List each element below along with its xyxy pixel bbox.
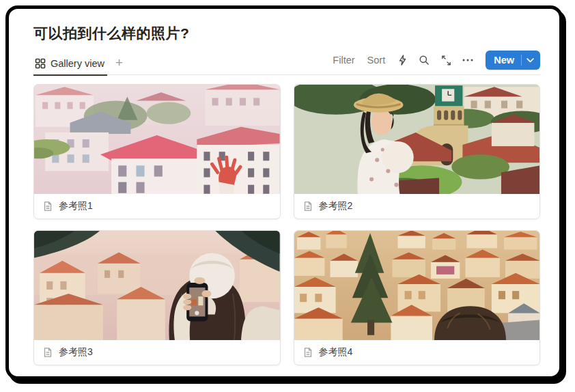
toolbar-controls: Filter Sort [328, 51, 540, 74]
view-toolbar: Gallery view + Filter Sort [33, 50, 540, 75]
plus-icon: + [115, 55, 123, 70]
page-title: 可以拍到什么样的照片? [33, 24, 540, 43]
chevron-down-icon[interactable] [522, 58, 540, 63]
document-page-icon [303, 201, 313, 212]
gallery-card-2[interactable]: 参考照2 [294, 84, 541, 219]
automation-button[interactable] [393, 51, 412, 69]
new-button[interactable]: New [486, 51, 540, 70]
ellipsis-icon [462, 59, 473, 61]
card-title: 参考照3 [59, 346, 93, 359]
card-photo-4 [294, 231, 540, 340]
document-page-icon [42, 347, 53, 358]
card-caption: 参考照3 [34, 340, 280, 365]
gallery-card-4[interactable]: 参考照4 [294, 230, 541, 365]
view-tabs: Gallery view + [33, 50, 130, 74]
tab-gallery-view[interactable]: Gallery view [33, 58, 107, 76]
expand-button[interactable] [436, 51, 455, 69]
document-page-icon [42, 201, 53, 212]
card-photo-3 [34, 231, 280, 340]
filter-button[interactable]: Filter [328, 53, 359, 68]
sort-button[interactable]: Sort [363, 53, 391, 68]
card-photo-2 [294, 85, 540, 194]
card-photo-1 [34, 85, 280, 194]
card-caption: 参考照4 [294, 340, 540, 365]
search-icon [419, 55, 430, 66]
gallery-card-3[interactable]: 参考照3 [33, 230, 281, 365]
card-caption: 参考照1 [34, 194, 280, 219]
add-view-button[interactable]: + [107, 56, 130, 74]
card-title: 参考照2 [319, 200, 353, 212]
document-page-icon [303, 347, 313, 358]
gallery-grid: 参考照1 [33, 84, 540, 365]
card-title: 参考照4 [319, 346, 353, 359]
gallery-grid-icon [35, 58, 46, 69]
new-button-label: New [486, 55, 521, 66]
card-title: 参考照1 [59, 200, 93, 212]
more-options-button[interactable] [458, 51, 477, 69]
page-content: 可以拍到什么样的照片? Gallery view + [9, 9, 559, 378]
tab-gallery-view-label: Gallery view [51, 58, 104, 69]
lightning-icon [397, 55, 408, 66]
gallery-card-1[interactable]: 参考照1 [33, 84, 281, 219]
expand-diagonal-arrows-icon [441, 55, 451, 66]
card-caption: 参考照2 [294, 194, 540, 219]
search-button[interactable] [415, 51, 434, 69]
window-frame: 可以拍到什么样的照片? Gallery view + [5, 5, 563, 380]
